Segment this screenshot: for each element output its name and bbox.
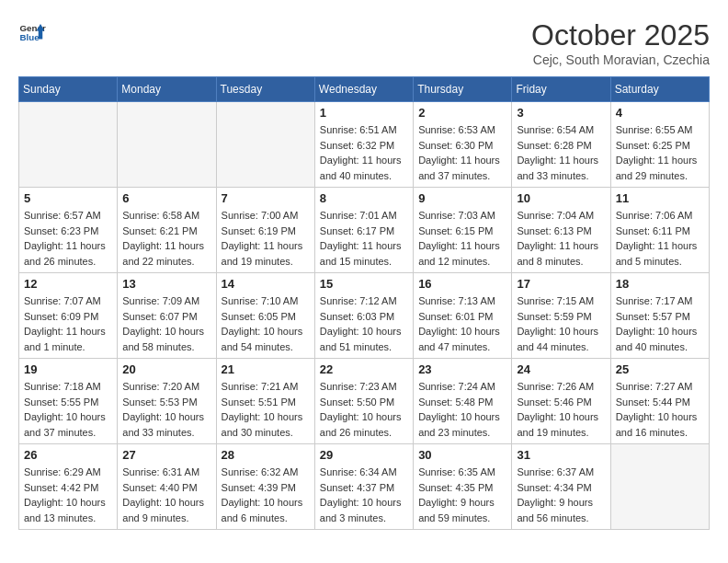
day-info: Sunrise: 6:57 AMSunset: 6:23 PMDaylight:… bbox=[24, 208, 112, 269]
calendar-cell: 8Sunrise: 7:01 AMSunset: 6:17 PMDaylight… bbox=[314, 188, 413, 273]
calendar-table: SundayMondayTuesdayWednesdayThursdayFrid… bbox=[18, 76, 710, 530]
day-info: Sunrise: 6:54 AMSunset: 6:28 PMDaylight:… bbox=[517, 122, 605, 183]
calendar-cell: 13Sunrise: 7:09 AMSunset: 6:07 PMDayligh… bbox=[118, 273, 216, 359]
calendar-cell: 7Sunrise: 7:00 AMSunset: 6:19 PMDaylight… bbox=[216, 188, 314, 273]
day-info: Sunrise: 7:27 AMSunset: 5:44 PMDaylight:… bbox=[616, 379, 704, 440]
calendar-cell: 28Sunrise: 6:32 AMSunset: 4:39 PMDayligh… bbox=[216, 444, 314, 530]
day-info: Sunrise: 7:15 AMSunset: 5:59 PMDaylight:… bbox=[517, 293, 605, 354]
day-number: 8 bbox=[320, 191, 408, 205]
weekday-header-saturday: Saturday bbox=[610, 77, 709, 102]
day-info: Sunrise: 7:01 AMSunset: 6:17 PMDaylight:… bbox=[320, 208, 408, 269]
calendar-cell: 30Sunrise: 6:35 AMSunset: 4:35 PMDayligh… bbox=[414, 444, 512, 530]
day-number: 17 bbox=[517, 277, 605, 291]
day-info: Sunrise: 7:03 AMSunset: 6:15 PMDaylight:… bbox=[418, 208, 506, 269]
calendar-cell: 24Sunrise: 7:26 AMSunset: 5:46 PMDayligh… bbox=[512, 359, 610, 444]
calendar-cell: 18Sunrise: 7:17 AMSunset: 5:57 PMDayligh… bbox=[610, 273, 709, 359]
day-info: Sunrise: 7:07 AMSunset: 6:09 PMDaylight:… bbox=[24, 293, 112, 354]
day-number: 26 bbox=[24, 448, 112, 462]
day-info: Sunrise: 7:17 AMSunset: 5:57 PMDaylight:… bbox=[616, 293, 704, 354]
day-info: Sunrise: 6:29 AMSunset: 4:42 PMDaylight:… bbox=[24, 465, 112, 525]
calendar-cell: 1Sunrise: 6:51 AMSunset: 6:32 PMDaylight… bbox=[314, 102, 413, 188]
day-number: 2 bbox=[418, 106, 506, 120]
day-number: 28 bbox=[222, 448, 310, 462]
day-number: 10 bbox=[517, 191, 605, 205]
day-number: 19 bbox=[24, 362, 112, 376]
day-number: 16 bbox=[418, 277, 506, 291]
svg-text:Blue: Blue bbox=[20, 32, 40, 42]
day-number: 13 bbox=[122, 277, 210, 291]
day-number: 23 bbox=[418, 362, 506, 376]
title-block: October 2025 Cejc, South Moravian, Czech… bbox=[531, 18, 710, 67]
calendar-cell: 29Sunrise: 6:34 AMSunset: 4:37 PMDayligh… bbox=[314, 444, 413, 530]
day-number: 18 bbox=[616, 277, 704, 291]
day-number: 21 bbox=[222, 362, 310, 376]
calendar-cell: 27Sunrise: 6:31 AMSunset: 4:40 PMDayligh… bbox=[118, 444, 216, 530]
day-number: 24 bbox=[517, 362, 605, 376]
calendar-cell: 11Sunrise: 7:06 AMSunset: 6:11 PMDayligh… bbox=[610, 188, 709, 273]
logo: General Blue bbox=[18, 18, 46, 46]
calendar-cell: 17Sunrise: 7:15 AMSunset: 5:59 PMDayligh… bbox=[512, 273, 610, 359]
weekday-header-monday: Monday bbox=[118, 77, 216, 102]
calendar-cell: 10Sunrise: 7:04 AMSunset: 6:13 PMDayligh… bbox=[512, 188, 610, 273]
day-info: Sunrise: 6:53 AMSunset: 6:30 PMDaylight:… bbox=[418, 122, 506, 183]
page-header: General Blue October 2025 Cejc, South Mo… bbox=[18, 18, 710, 67]
day-info: Sunrise: 7:13 AMSunset: 6:01 PMDaylight:… bbox=[418, 293, 506, 354]
day-info: Sunrise: 7:06 AMSunset: 6:11 PMDaylight:… bbox=[616, 208, 704, 269]
day-number: 30 bbox=[418, 448, 506, 462]
day-info: Sunrise: 7:09 AMSunset: 6:07 PMDaylight:… bbox=[122, 293, 210, 354]
day-number: 9 bbox=[418, 191, 506, 205]
calendar-cell: 14Sunrise: 7:10 AMSunset: 6:05 PMDayligh… bbox=[216, 273, 314, 359]
day-info: Sunrise: 7:00 AMSunset: 6:19 PMDaylight:… bbox=[222, 208, 310, 269]
calendar-cell: 4Sunrise: 6:55 AMSunset: 6:25 PMDaylight… bbox=[610, 102, 709, 188]
calendar-cell: 23Sunrise: 7:24 AMSunset: 5:48 PMDayligh… bbox=[414, 359, 512, 444]
calendar-cell bbox=[610, 444, 709, 530]
weekday-header-wednesday: Wednesday bbox=[314, 77, 413, 102]
day-number: 3 bbox=[517, 106, 605, 120]
day-number: 5 bbox=[24, 191, 112, 205]
day-info: Sunrise: 7:18 AMSunset: 5:55 PMDaylight:… bbox=[24, 379, 112, 440]
calendar-cell: 21Sunrise: 7:21 AMSunset: 5:51 PMDayligh… bbox=[216, 359, 314, 444]
day-info: Sunrise: 6:51 AMSunset: 6:32 PMDaylight:… bbox=[320, 122, 408, 183]
day-info: Sunrise: 7:24 AMSunset: 5:48 PMDaylight:… bbox=[418, 379, 506, 440]
day-number: 15 bbox=[320, 277, 408, 291]
calendar-cell: 15Sunrise: 7:12 AMSunset: 6:03 PMDayligh… bbox=[314, 273, 413, 359]
day-number: 22 bbox=[320, 362, 408, 376]
day-info: Sunrise: 7:23 AMSunset: 5:50 PMDaylight:… bbox=[320, 379, 408, 440]
calendar-cell: 9Sunrise: 7:03 AMSunset: 6:15 PMDaylight… bbox=[414, 188, 512, 273]
day-info: Sunrise: 7:10 AMSunset: 6:05 PMDaylight:… bbox=[222, 293, 310, 354]
calendar-cell: 26Sunrise: 6:29 AMSunset: 4:42 PMDayligh… bbox=[19, 444, 118, 530]
calendar-cell: 31Sunrise: 6:37 AMSunset: 4:34 PMDayligh… bbox=[512, 444, 610, 530]
weekday-header-thursday: Thursday bbox=[414, 77, 512, 102]
day-number: 25 bbox=[616, 362, 704, 376]
calendar-cell: 20Sunrise: 7:20 AMSunset: 5:53 PMDayligh… bbox=[118, 359, 216, 444]
weekday-header-sunday: Sunday bbox=[19, 77, 118, 102]
calendar-cell bbox=[19, 102, 118, 188]
day-number: 4 bbox=[616, 106, 704, 120]
day-number: 27 bbox=[122, 448, 210, 462]
day-info: Sunrise: 6:31 AMSunset: 4:40 PMDaylight:… bbox=[122, 465, 210, 525]
day-number: 11 bbox=[616, 191, 704, 205]
calendar-cell: 16Sunrise: 7:13 AMSunset: 6:01 PMDayligh… bbox=[414, 273, 512, 359]
day-info: Sunrise: 6:32 AMSunset: 4:39 PMDaylight:… bbox=[222, 465, 310, 525]
day-number: 1 bbox=[320, 106, 408, 120]
calendar-cell: 19Sunrise: 7:18 AMSunset: 5:55 PMDayligh… bbox=[19, 359, 118, 444]
day-info: Sunrise: 7:12 AMSunset: 6:03 PMDaylight:… bbox=[320, 293, 408, 354]
calendar-cell: 22Sunrise: 7:23 AMSunset: 5:50 PMDayligh… bbox=[314, 359, 413, 444]
day-info: Sunrise: 7:21 AMSunset: 5:51 PMDaylight:… bbox=[222, 379, 310, 440]
calendar-cell: 25Sunrise: 7:27 AMSunset: 5:44 PMDayligh… bbox=[610, 359, 709, 444]
calendar-cell: 5Sunrise: 6:57 AMSunset: 6:23 PMDaylight… bbox=[19, 188, 118, 273]
weekday-header-tuesday: Tuesday bbox=[216, 77, 314, 102]
day-info: Sunrise: 6:35 AMSunset: 4:35 PMDaylight:… bbox=[418, 465, 506, 525]
logo-icon: General Blue bbox=[18, 18, 46, 46]
day-info: Sunrise: 7:20 AMSunset: 5:53 PMDaylight:… bbox=[122, 379, 210, 440]
day-info: Sunrise: 7:04 AMSunset: 6:13 PMDaylight:… bbox=[517, 208, 605, 269]
day-number: 31 bbox=[517, 448, 605, 462]
day-number: 12 bbox=[24, 277, 112, 291]
day-number: 20 bbox=[122, 362, 210, 376]
calendar-cell: 3Sunrise: 6:54 AMSunset: 6:28 PMDaylight… bbox=[512, 102, 610, 188]
month-title: October 2025 bbox=[531, 18, 710, 52]
calendar-cell: 6Sunrise: 6:58 AMSunset: 6:21 PMDaylight… bbox=[118, 188, 216, 273]
location-subtitle: Cejc, South Moravian, Czechia bbox=[531, 52, 710, 67]
calendar-cell: 2Sunrise: 6:53 AMSunset: 6:30 PMDaylight… bbox=[414, 102, 512, 188]
day-info: Sunrise: 6:37 AMSunset: 4:34 PMDaylight:… bbox=[517, 465, 605, 525]
